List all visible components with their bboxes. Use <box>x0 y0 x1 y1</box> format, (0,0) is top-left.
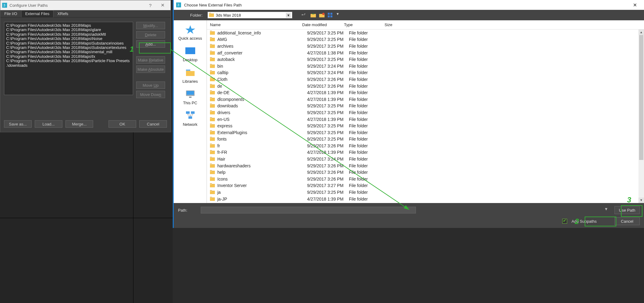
table-row[interactable]: ja9/29/2017 3:25 PMFile folder <box>207 189 644 196</box>
table-row[interactable]: downloads9/29/2017 3:25 PMFile folder <box>207 103 644 110</box>
place-this-pc[interactable]: This PC <box>176 89 204 105</box>
path-entry[interactable]: C:\Program Files\Autodesk\3ds Max 2018\M… <box>6 32 131 37</box>
path-entry[interactable]: C:\Program Files\Autodesk\3ds Max 2018\M… <box>6 37 131 41</box>
table-row[interactable]: dlcomponents4/27/2018 1:39 PMFile folder <box>207 96 644 103</box>
path-entry[interactable]: C:\Program Files\Autodesk\3ds Max 2018\M… <box>6 46 131 50</box>
column-headers[interactable]: Name Date modified Type Size <box>207 20 644 30</box>
cancel-button[interactable]: Cancel <box>614 217 640 225</box>
make-absolute-button[interactable]: Make Absolute <box>136 66 165 73</box>
close-icon[interactable]: ✕ <box>628 2 642 8</box>
add-button[interactable]: Add... <box>136 40 165 48</box>
table-row[interactable]: en-US4/27/2018 1:39 PMFile folder <box>207 116 644 123</box>
file-rows[interactable]: ▲ ▼ additional_license_info9/29/2017 3:2… <box>207 30 644 203</box>
path-entry[interactable]: C:\Program Files\Autodesk\3ds Max 2018\M… <box>6 59 131 63</box>
chevron-down-icon[interactable]: ▾ <box>286 13 291 18</box>
table-row[interactable]: fr-FR4/27/2018 1:39 PMFile folder <box>207 149 644 156</box>
table-row[interactable]: de9/29/2017 3:26 PMFile folder <box>207 83 644 90</box>
table-row[interactable]: hardwareshaders9/29/2017 3:26 PMFile fol… <box>207 162 644 169</box>
view-menu-icon[interactable] <box>327 12 334 18</box>
cell-type: File folder <box>349 90 389 95</box>
cell-name: AMG <box>217 37 307 42</box>
table-row[interactable]: Icons9/29/2017 3:26 PMFile folder <box>207 176 644 182</box>
col-type[interactable]: Type <box>344 22 385 27</box>
path-dropdown-icon[interactable]: ▼ <box>603 207 609 213</box>
place-libraries[interactable]: Libraries <box>176 68 204 84</box>
table-row[interactable]: Cloth9/29/2017 3:26 PMFile folder <box>207 76 644 83</box>
table-row[interactable]: ja-JP4/27/2018 1:39 PMFile folder <box>207 196 644 202</box>
path-entry[interactable]: C:\Program Files\Autodesk\3ds Max 2018\M… <box>6 23 131 28</box>
move-up-button[interactable]: Move Up <box>136 82 165 89</box>
cell-date: 9/29/2017 3:26 PM <box>307 84 349 89</box>
path-entry[interactable]: C:\Program Files\Autodesk\3ds Max 2018\M… <box>6 41 131 46</box>
cell-date: 9/29/2017 3:26 PM <box>307 170 349 175</box>
tab-external-files[interactable]: External Files <box>21 10 53 18</box>
title-bar[interactable]: 3 Choose New External Files Path ✕ <box>174 0 644 10</box>
table-row[interactable]: fonts9/29/2017 3:25 PMFile folder <box>207 136 644 143</box>
svg-rect-8 <box>330 15 332 17</box>
modify-button[interactable]: Modify... <box>136 22 165 29</box>
cell-type: File folder <box>349 103 389 108</box>
save-as-button[interactable]: Save as... <box>4 120 32 128</box>
path-list[interactable]: C:\Program Files\Autodesk\3ds Max 2018\M… <box>4 22 133 95</box>
path-entry[interactable]: C:\Program Files\Autodesk\3ds Max 2018\M… <box>6 28 131 32</box>
ok-button[interactable]: OK <box>109 120 136 128</box>
scroll-down-icon[interactable]: ▼ <box>638 197 644 203</box>
scrollbar[interactable]: ▲ ▼ <box>638 30 644 203</box>
tab-file-io[interactable]: File I/O <box>0 10 21 17</box>
table-row[interactable]: AMG9/29/2017 3:25 PMFile folder <box>207 36 644 43</box>
help-button[interactable]: ? <box>144 3 156 8</box>
place-desktop[interactable]: Desktop <box>176 46 204 62</box>
table-row[interactable]: bin9/29/2017 3:24 PMFile folder <box>207 63 644 70</box>
path-entry[interactable]: C:\Program Files\Autodesk\3ds Max 2018\M… <box>6 54 131 59</box>
table-row[interactable]: de-DE4/27/2018 1:39 PMFile folder <box>207 89 644 96</box>
use-path-button[interactable]: Use Path <box>614 206 640 214</box>
table-row[interactable]: fr9/29/2017 3:26 PMFile folder <box>207 142 644 149</box>
scroll-thumb[interactable] <box>639 35 643 160</box>
table-row[interactable]: help9/29/2017 3:26 PMFile folder <box>207 169 644 176</box>
path-input[interactable] <box>201 207 416 213</box>
tab-xrefs[interactable]: XRefs <box>53 10 72 17</box>
delete-button[interactable]: Delete <box>136 31 165 38</box>
cell-type: File folder <box>349 150 389 155</box>
merge-button[interactable]: Merge... <box>65 120 93 128</box>
table-row[interactable]: express9/29/2017 3:25 PMFile folder <box>207 122 644 129</box>
col-date[interactable]: Date modified <box>302 22 344 27</box>
col-name[interactable]: Name <box>210 22 302 27</box>
folder-combo[interactable]: 3ds Max 2018 ▾ <box>207 12 292 18</box>
close-icon[interactable]: ✕ <box>156 2 169 8</box>
table-row[interactable]: drivers9/29/2017 3:25 PMFile folder <box>207 109 644 116</box>
scroll-up-icon[interactable]: ▲ <box>638 30 644 35</box>
folder-icon <box>210 70 215 75</box>
table-row[interactable]: archives9/29/2017 3:25 PMFile folder <box>207 43 644 50</box>
make-relative-button[interactable]: Make Relative <box>136 56 165 64</box>
chevron-down-icon[interactable]: ▼ <box>336 12 342 18</box>
title-bar[interactable]: 3 Configure User Paths ? ✕ <box>0 0 171 10</box>
folder-icon <box>210 31 215 35</box>
table-row[interactable]: autoback9/29/2017 3:25 PMFile folder <box>207 56 644 63</box>
cell-type: File folder <box>349 117 389 122</box>
cell-date: 9/29/2017 3:26 PM <box>307 163 349 168</box>
new-folder-icon[interactable] <box>319 12 325 18</box>
viewport-backdrop <box>0 132 173 303</box>
back-icon[interactable]: ⮐ <box>302 12 308 18</box>
col-size[interactable]: Size <box>385 22 644 27</box>
place-quick-access[interactable]: Quick access <box>176 25 204 41</box>
table-row[interactable]: Inventor Server9/29/2017 3:27 PMFile fol… <box>207 182 644 189</box>
place-network[interactable]: Network <box>176 111 204 127</box>
up-folder-icon[interactable] <box>310 12 316 18</box>
load-button[interactable]: Load... <box>35 120 62 128</box>
cell-type: File folder <box>349 170 389 175</box>
cell-name: de-DE <box>217 90 307 95</box>
cancel-button[interactable]: Cancel <box>139 120 167 128</box>
cell-name: calltip <box>217 70 307 75</box>
move-down-button[interactable]: Move Down <box>136 91 165 98</box>
table-row[interactable]: calltip9/29/2017 3:24 PMFile folder <box>207 70 644 76</box>
table-row[interactable]: ExternalPlugins9/29/2017 3:25 PMFile fol… <box>207 129 644 136</box>
table-row[interactable]: atf_converter4/27/2018 1:38 PMFile folde… <box>207 50 644 56</box>
path-entry[interactable]: C:\Program Files\Autodesk\3ds Max 2018\M… <box>6 50 131 54</box>
add-subpaths-checkbox[interactable] <box>562 219 567 224</box>
path-entry[interactable]: .\downloads <box>6 63 131 68</box>
folder-icon <box>210 77 215 82</box>
table-row[interactable]: Hair9/29/2017 3:24 PMFile folder <box>207 156 644 162</box>
table-row[interactable]: additional_license_info9/29/2017 3:25 PM… <box>207 30 644 36</box>
